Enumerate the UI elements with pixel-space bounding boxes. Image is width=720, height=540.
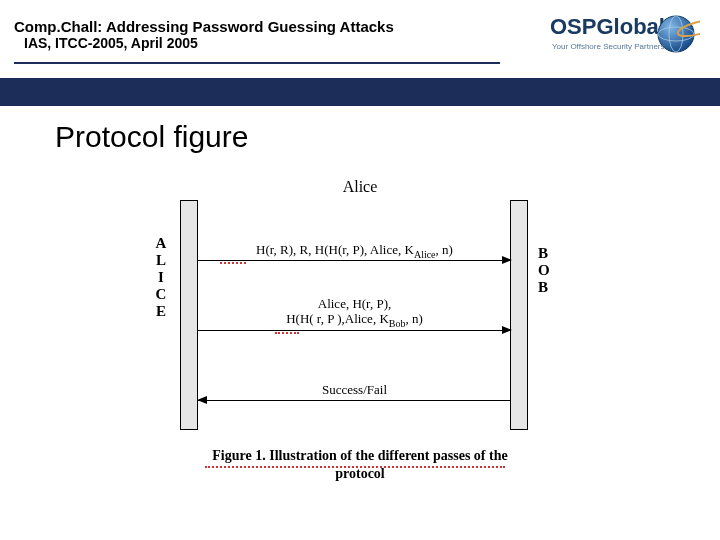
figure-caption-line2: protocol [80, 466, 640, 482]
alice-vertical-label: ALICE [154, 235, 168, 320]
slide: Comp.Chall: Addressing Password Guessing… [0, 0, 720, 540]
message-3-text: Success/Fail [198, 382, 511, 398]
figure-caption-line1: Figure 1. Illustration of the different … [80, 448, 640, 464]
logo-tagline: Your Offshore Security Partners [552, 42, 665, 51]
alice-lifeline [180, 200, 198, 430]
message-3-arrow [198, 400, 511, 401]
message-1-text: H(r, R), R, H(H(r, P), Alice, KAlice, n) [198, 242, 511, 260]
message-2-text-line2: H(H( r, P ),Alice, KBob, n) [198, 311, 511, 329]
header-underline [14, 62, 500, 64]
osp-global-logo: OSPGlobal Your Offshore Security Partner… [520, 10, 700, 65]
message-1-arrow [198, 260, 511, 261]
bob-vertical-label: BOB [538, 245, 548, 296]
blue-bar [0, 78, 720, 106]
logo-text-left: OSP [550, 14, 596, 39]
squiggle-2 [275, 332, 299, 334]
message-2-arrow [198, 330, 511, 331]
protocol-diagram: Alice ALICE BOB H(r, R), R, H(H(r, P), A… [80, 170, 640, 510]
message-2-text-line1: Alice, H(r, P), [198, 296, 511, 312]
bob-lifeline [510, 200, 528, 430]
squiggle-1 [220, 262, 246, 264]
slide-title: Protocol figure [55, 120, 248, 154]
logo-text: OSPGlobal [550, 14, 665, 40]
diagram-top-label: Alice [80, 178, 640, 196]
